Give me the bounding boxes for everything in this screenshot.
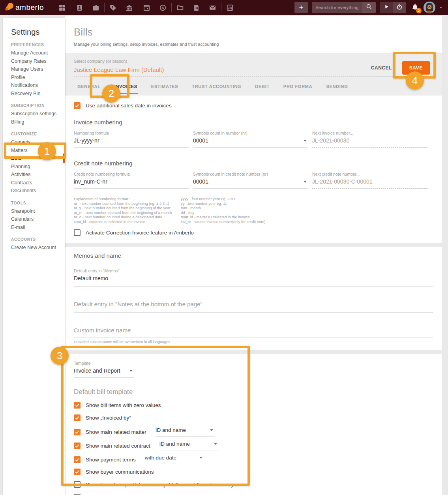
sidebar-item-create-new-account[interactable]: Create New Account: [3, 244, 65, 252]
reports-icon[interactable]: [222, 0, 238, 15]
field-credit-note-numbering-formula: Credit note numbering formulainv_num-C-n…: [74, 172, 189, 189]
sales-date-checkbox-checkbox[interactable]: [74, 102, 81, 109]
sidebar-item-calendars[interactable]: Calendars: [3, 215, 65, 223]
chevron-down-icon: [129, 370, 133, 372]
amberlo-logo-icon: [5, 2, 14, 13]
memo-field-input[interactable]: Default memo: [74, 275, 433, 287]
field-input[interactable]: inv_num-C-nr: [74, 178, 189, 189]
dashboard-icon[interactable]: [54, 0, 70, 15]
option-row-show-tax-rate-in-portfolio-currency-if-bill-uses-different-currency: Show tax rate in portfolio currency if b…: [74, 481, 433, 488]
explanation-line: nr_m - next number counted from the begi…: [74, 210, 181, 215]
notes-field-input[interactable]: Default entry in "Notes at the bottom of…: [74, 301, 433, 313]
option-checkbox-show-buyer-communications[interactable]: [74, 469, 81, 475]
search-icon: [366, 4, 372, 11]
default-bill-template-heading: Default bill template: [74, 388, 433, 396]
search-button[interactable]: [362, 2, 376, 13]
nav-divider: [104, 3, 105, 12]
sidebar-section-subscription: SUBSCRIPTION: [11, 103, 65, 108]
option-checkbox-show-bill-items-with-zero-values[interactable]: [74, 402, 81, 409]
sidebar-item-notifications[interactable]: Notifications: [3, 81, 65, 90]
numbering-card: Use additional sales date in invoices In…: [65, 96, 442, 243]
option-checkbox-show-main-related-matter[interactable]: [74, 429, 81, 435]
amberlo-logo[interactable]: amberlo: [5, 2, 44, 13]
sidebar-section-accounts: ACCOUNTS: [11, 237, 65, 242]
option-label: Show tax rate in portfolio currency if b…: [86, 482, 234, 488]
option-checkbox-show-payment-terms[interactable]: [74, 456, 81, 463]
option-checkbox-show-tax-rate-in-portfolio-currency-if-bill-uses-different-currency[interactable]: [74, 481, 81, 488]
field-label: Next invoice number...: [312, 131, 427, 135]
sidebar-item-subscription-settings[interactable]: Subscription settings: [3, 110, 65, 118]
sidebar-item-manage-users[interactable]: Manage Users: [3, 65, 65, 73]
mail-icon[interactable]: [204, 0, 221, 15]
option-select-show-main-related-contract[interactable]: ID and name: [159, 441, 219, 450]
correction-invoice-checkbox-row: Activate Correction Invoice feature in A…: [74, 229, 433, 236]
play-icon: [384, 4, 389, 11]
tab-pro-forma[interactable]: PRO FORMA: [283, 81, 313, 94]
default-bill-template-options: Show bill items with zero valuesShow „In…: [74, 402, 433, 495]
profile-menu-caret-icon[interactable]: [439, 7, 442, 8]
amberlo-logo-text: amberlo: [15, 3, 44, 12]
stopwatch-button[interactable]: [393, 2, 406, 13]
field-numbering-formula: Numbering formulaJL-yyyy-nr: [74, 131, 189, 148]
tab-general[interactable]: GENERAL: [77, 81, 101, 94]
custom-invoice-name-input[interactable]: Custom invoice name: [74, 327, 433, 338]
explanation-line: mm - month: [181, 206, 433, 210]
option-select-show-payment-terms[interactable]: with due date: [145, 455, 204, 464]
field-label: Symbols count in credit note number (nr): [193, 172, 308, 176]
sales-date-checkbox-row: Use additional sales date in invoices: [74, 102, 433, 109]
panel-actions: CANCEL SAVE: [371, 61, 430, 75]
sidebar-item-planning[interactable]: Planning: [3, 163, 65, 171]
memo-field-label: Default entry in "Memos": [74, 268, 433, 273]
card-gap: [65, 243, 442, 247]
billing-icon[interactable]: $: [105, 0, 121, 15]
calendar-icon[interactable]: [139, 0, 155, 15]
sidebar-item-contacts[interactable]: Contacts: [3, 138, 65, 146]
cancel-button[interactable]: CANCEL: [371, 65, 392, 71]
sidebar-item-sharepoint[interactable]: Sharepoint: [3, 207, 65, 216]
option-checkbox-show-main-related-contract[interactable]: [74, 442, 81, 449]
sidebar-item-bills[interactable]: Bills: [3, 154, 65, 163]
trust-accounting-icon[interactable]: [121, 0, 137, 15]
field-symbols-count-in-credit-note-number-nr: Symbols count in credit note number (nr)…: [193, 172, 308, 189]
tab-estimates[interactable]: ESTIMATES: [151, 81, 178, 94]
tab-debit[interactable]: DEBIT: [255, 81, 270, 94]
svg-text:$: $: [112, 6, 114, 9]
nav-divider: [171, 3, 172, 12]
time-tracking-icon[interactable]: $: [155, 0, 171, 15]
sidebar-item-recovery-bin[interactable]: Recovery Bin: [3, 90, 65, 98]
sidebar-item-company-rates[interactable]: Company Rates: [3, 57, 65, 66]
callout-3-badge: 3: [51, 347, 69, 365]
files-icon[interactable]: [172, 0, 188, 15]
sidebar-item-contracts[interactable]: Contracts: [3, 179, 65, 187]
start-timer-button[interactable]: [380, 2, 393, 13]
field-select[interactable]: 00001: [193, 137, 308, 148]
template-select[interactable]: Invoice and Report: [74, 368, 134, 378]
readonly-value: JL-2021-00030-C-00001: [312, 178, 427, 189]
quick-add-button[interactable]: +: [294, 2, 308, 13]
stopwatch-icon: [396, 4, 403, 11]
matters-icon[interactable]: [88, 0, 104, 15]
notifications-button[interactable]: 2: [410, 3, 420, 12]
option-checkbox-show-invoiced-by[interactable]: [74, 414, 81, 421]
sidebar-item-manage-account[interactable]: Manage Account: [3, 49, 65, 57]
tab-sending[interactable]: SENDING: [326, 81, 348, 94]
avatar[interactable]: [424, 2, 435, 13]
option-label: Show „Invoiced by“: [86, 415, 131, 421]
topbar-right: + 2: [294, 2, 442, 13]
sidebar-item-e-mail[interactable]: E-mail: [3, 223, 65, 232]
sidebar-item-profile[interactable]: Profile: [3, 73, 65, 82]
option-select-show-main-related-matter[interactable]: ID and name: [156, 427, 215, 437]
topbar-nav: $$: [54, 0, 238, 15]
correction-invoice-checkbox-checkbox[interactable]: [74, 229, 81, 236]
tab-trust-accounting[interactable]: TRUST ACCOUNTING: [191, 81, 242, 94]
option-row-show-main-related-matter: Show main related matterID and name: [74, 427, 433, 437]
sidebar-item-documents[interactable]: Documents: [3, 187, 65, 195]
search-input[interactable]: [312, 5, 362, 10]
field-select[interactable]: 00001: [193, 178, 308, 189]
sidebar-item-billing[interactable]: Billing: [3, 118, 65, 126]
field-input[interactable]: JL-yyyy-nr: [74, 137, 189, 148]
sidebar-item-activities[interactable]: Activities: [3, 171, 65, 179]
documents-icon[interactable]: [188, 0, 204, 15]
explanation-line: nr - next number counted from the beginn…: [74, 201, 181, 206]
contacts-icon[interactable]: [71, 0, 88, 15]
